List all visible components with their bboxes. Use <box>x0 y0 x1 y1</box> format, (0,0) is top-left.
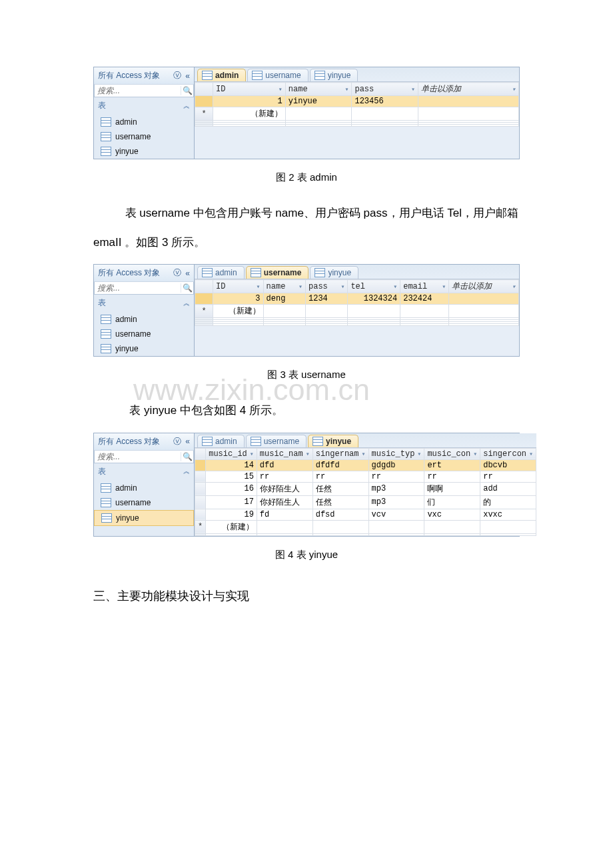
chevron-down-icon[interactable]: ⓥ <box>173 267 181 279</box>
cell-empty[interactable] <box>418 96 519 107</box>
row-selector[interactable] <box>195 96 213 107</box>
new-row[interactable]: * （新建） <box>195 520 536 533</box>
col-name[interactable]: name▾ <box>285 83 352 96</box>
nav-item-yinyue[interactable]: yinyue <box>94 510 194 526</box>
row-selector[interactable] <box>195 293 213 305</box>
nav-group-tables[interactable]: 表 ︽ <box>94 295 194 312</box>
new-row-label[interactable]: （新建） <box>206 520 257 533</box>
tab-username[interactable]: username <box>247 69 308 81</box>
search-input[interactable] <box>95 282 181 294</box>
table-row[interactable]: 19 fd dfsd vcv vxc xvxc <box>195 509 536 520</box>
datasheet-yinyue[interactable]: music_id▾ music_nam▾ singernam▾ music_ty… <box>195 448 536 536</box>
nav-item-admin[interactable]: admin <box>94 481 194 495</box>
dropdown-icon[interactable]: ▾ <box>512 283 516 291</box>
nav-search[interactable]: 🔍 <box>94 451 194 463</box>
dropdown-icon[interactable]: ▾ <box>306 450 310 458</box>
table-row[interactable]: 15 rr rr rr rr rr <box>195 471 536 482</box>
col-singercon[interactable]: singercon▾ <box>480 448 536 459</box>
chevron-up-icon[interactable]: ︽ <box>183 101 190 111</box>
tab-yinyue[interactable]: yinyue <box>310 266 358 279</box>
col-music-nam[interactable]: music_nam▾ <box>257 448 312 459</box>
nav-item-username[interactable]: username <box>94 495 194 510</box>
search-input[interactable] <box>95 85 181 97</box>
col-add[interactable]: 单击以添加▾ <box>418 83 519 96</box>
tab-yinyue[interactable]: yinyue <box>310 69 358 81</box>
nav-header[interactable]: 所有 Access 对象 ⓥ« <box>94 433 194 451</box>
search-icon[interactable]: 🔍 <box>181 283 193 293</box>
nav-header[interactable]: 所有 Access 对象 ⓥ « <box>94 67 194 85</box>
table-row[interactable]: 14 dfd dfdfd gdgdb ert dbcvb <box>195 459 536 471</box>
tab-admin[interactable]: admin <box>197 435 245 447</box>
cell-id[interactable]: 3 <box>213 293 264 305</box>
table-row[interactable] <box>195 533 536 535</box>
col-tel[interactable]: tel▾ <box>348 280 400 293</box>
cell-pass[interactable]: 1234 <box>305 293 347 305</box>
dropdown-icon[interactable]: ▾ <box>340 283 344 291</box>
nav-group-tables[interactable]: 表 ︽ <box>94 97 194 115</box>
collapse-icon[interactable]: « <box>185 269 190 278</box>
col-music-id[interactable]: music_id▾ <box>206 448 257 459</box>
cell-tel[interactable]: 1324324 <box>348 293 400 305</box>
chevron-down-icon[interactable]: ⓥ <box>173 70 181 81</box>
search-icon[interactable]: 🔍 <box>181 452 193 461</box>
new-row[interactable]: * （新建） <box>195 107 519 121</box>
dropdown-icon[interactable]: ▾ <box>417 450 421 458</box>
cell-id[interactable]: 1 <box>213 96 286 107</box>
table-row[interactable] <box>195 125 519 127</box>
cell-name[interactable]: yinyue <box>285 96 352 107</box>
dropdown-icon[interactable]: ▾ <box>442 283 446 291</box>
col-name[interactable]: name▾ <box>263 280 305 293</box>
nav-item-username[interactable]: username <box>94 327 194 341</box>
col-pass[interactable]: pass▾ <box>305 280 347 293</box>
nav-search[interactable]: 🔍 <box>94 85 194 97</box>
dropdown-icon[interactable]: ▾ <box>362 450 366 458</box>
row-selector-header[interactable] <box>195 83 213 96</box>
nav-item-username[interactable]: username <box>94 129 194 144</box>
dropdown-icon[interactable]: ▾ <box>344 85 348 93</box>
cell-pass[interactable]: 123456 <box>352 96 418 107</box>
collapse-icon[interactable]: « <box>185 71 190 81</box>
nav-item-admin[interactable]: admin <box>94 312 194 327</box>
col-id[interactable]: ID▾ <box>213 83 286 96</box>
nav-item-admin[interactable]: admin <box>94 115 194 129</box>
search-icon[interactable]: 🔍 <box>181 86 193 95</box>
table-row[interactable]: 1 yinyue 123456 <box>195 96 519 107</box>
collapse-icon[interactable]: « <box>185 437 190 446</box>
datasheet-username[interactable]: ID▾ name▾ pass▾ tel▾ email▾ 单击以添加▾ 3 den… <box>195 279 519 326</box>
chevron-down-icon[interactable]: ⓥ <box>173 436 181 447</box>
col-music-con[interactable]: music_con▾ <box>424 448 480 459</box>
col-email[interactable]: email▾ <box>400 280 449 293</box>
nav-group-tables[interactable]: 表 ︽ <box>94 463 194 481</box>
chevron-up-icon[interactable]: ︽ <box>183 299 190 308</box>
nav-header[interactable]: 所有 Access 对象 ⓥ« <box>94 265 194 282</box>
tab-admin[interactable]: admin <box>197 266 245 279</box>
col-add[interactable]: 单击以添加▾ <box>449 280 519 293</box>
dropdown-icon[interactable]: ▾ <box>250 450 254 458</box>
dropdown-icon[interactable]: ▾ <box>529 450 533 458</box>
new-row-label[interactable]: （新建） <box>213 305 264 318</box>
tab-yinyue[interactable]: yinyue <box>308 435 358 447</box>
datasheet-admin[interactable]: ID▾ name▾ pass▾ 单击以添加▾ 1 yinyue 123456 * <box>195 82 519 127</box>
col-id[interactable]: ID▾ <box>213 280 264 293</box>
dropdown-icon[interactable]: ▾ <box>257 283 261 291</box>
cell-name[interactable]: deng <box>263 293 305 305</box>
tab-admin[interactable]: admin <box>197 69 246 81</box>
nav-search[interactable]: 🔍 <box>94 282 194 295</box>
search-input[interactable] <box>95 451 181 463</box>
row-selector-header[interactable] <box>195 280 213 293</box>
chevron-up-icon[interactable]: ︽ <box>183 467 190 476</box>
dropdown-icon[interactable]: ▾ <box>473 450 477 458</box>
dropdown-icon[interactable]: ▾ <box>299 283 303 291</box>
dropdown-icon[interactable]: ▾ <box>512 85 516 93</box>
nav-item-yinyue[interactable]: yinyue <box>94 341 194 356</box>
table-row[interactable]: 3 deng 1234 1324324 232424 <box>195 293 519 305</box>
col-singernam[interactable]: singernam▾ <box>312 448 368 459</box>
table-row[interactable] <box>195 324 519 326</box>
col-pass[interactable]: pass▾ <box>352 83 418 96</box>
cell-email[interactable]: 232424 <box>400 293 449 305</box>
row-selector-header[interactable] <box>195 448 206 459</box>
new-row-label[interactable]: （新建） <box>213 107 286 121</box>
new-row[interactable]: * （新建） <box>195 305 519 318</box>
table-row[interactable]: 16 你好陌生人 任然 mp3 啊啊 add <box>195 482 536 495</box>
dropdown-icon[interactable]: ▾ <box>279 85 283 93</box>
